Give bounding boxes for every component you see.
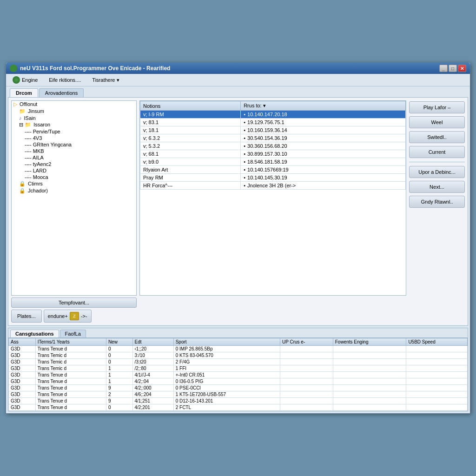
bottom-table-row[interactable]: G3DTrans Tenue d04/2;2012 FCTL [9,404,468,411]
bottom-cell-2: 1 [106,365,132,372]
grid-row[interactable]: v; 18.1•10.160.159.36.14 [140,126,406,134]
bottom-cell-1: Trans Temic d [35,365,106,372]
bottom-col-terms[interactable]: ITerms/1 Yearts [35,338,106,346]
bottom-tab-cansgtusations[interactable]: Cansgtusations [10,330,59,337]
grid-container[interactable]: Notions Rrus to: ▾ v; I-9 RM•10.140.147.… [139,100,406,296]
grid-cell-notion: v; 6.3.2 [140,134,241,142]
weel-button[interactable]: Weel [409,116,465,128]
bottom-section: Cansgtusations FaofLa Ass ITerms/1 Yeart… [8,328,468,411]
menu-engine[interactable]: Engine [10,75,40,85]
col-notions[interactable]: Notions [140,101,241,111]
tree-item-aila[interactable]: ---- AILA [12,154,136,161]
bottom-cell-2: 0 [106,346,132,352]
bottom-col-sport[interactable]: Sport [173,338,280,346]
tree-item-mkb[interactable]: ---- MKB [12,148,136,154]
play-lafor-button[interactable]: Play Lafor – [409,101,465,113]
grid-row[interactable]: v; 68.1•30.899.157.30.10 [140,150,406,158]
grid-row[interactable]: v; b9.0•18.546.181.58.19 [140,158,406,166]
bottom-cell-3: 4/6;:204 [132,391,173,398]
menu-eife[interactable]: Eife rkitions.... [46,76,84,84]
tree-item-ctimrs[interactable]: 🔒 Ctimrs [12,180,136,187]
bottom-cell-1: Trans Tenue d [35,346,106,352]
grid-row[interactable]: v; 6.3.2•30.540.154.36.19 [140,134,406,142]
title-controls: _ □ ✕ [439,65,466,72]
bottom-tab-faofla[interactable]: FaofLa [60,330,86,337]
tree-item-lard[interactable]: ---- LARD [12,167,136,174]
grid-row[interactable]: v; 83.1•19.129.756.75.1 [140,119,406,126]
tree-item-isain[interactable]: ♪ ISain [12,115,136,121]
bottom-table-row[interactable]: G3DTrans Tenue d24/6;:2041 KT5-1E7208-US… [9,391,468,398]
main-tab-bar: Drcom Arovadentions [6,86,470,97]
maximize-button[interactable]: □ [449,65,457,72]
title-bar: neU V311s Ford sol.Programmer Ove Enicad… [6,63,470,74]
tree-container[interactable]: ▷ Offionut 📁 Jinsum ♪ ISain ⊟ 📁 Issaron [11,100,137,296]
bottom-cell-4: 0 PSE-0CCl [173,385,280,391]
bottom-cell-6 [333,346,406,352]
bottom-cell-6 [333,352,406,359]
grid-cell-notion: v; I-9 RM [140,111,241,119]
tree-item-issaron[interactable]: ⊟ 📁 Issaron [12,121,136,128]
tree-item-mooca[interactable]: ---- Mooca [12,174,136,180]
minimize-button[interactable]: _ [439,65,448,72]
tree-item-jchador[interactable]: 🔒 Jchador) [12,187,136,194]
grid-row[interactable]: HR Forca^---•Jnolence 3H 2B (er-> [140,182,406,190]
bottom-col-speed[interactable]: U5BD Speed [406,338,468,346]
grid-row[interactable]: Pray RM•10.140.145.30.19 [140,174,406,182]
bottom-cell-3: /3;t20 [132,359,173,365]
bottom-cell-4: 0 IMP 26.865.5Bp [173,346,280,352]
bottom-cell-2: 0 [106,359,132,365]
upor-a-debinc-button[interactable]: Upor a Debinc... [409,166,465,178]
bottom-grid-container[interactable]: Ass ITerms/1 Yearts New Edt Sport UP Cru… [8,337,468,411]
tree-item-pervie[interactable]: ---- Pervie/Tupe [12,128,136,135]
close-button[interactable]: ✕ [458,65,466,72]
grid-cell-notion: v; 18.1 [140,126,241,134]
tree-root[interactable]: ▷ Offionut [12,101,136,108]
bottom-col-fowents[interactable]: Fowents Enging [333,338,406,346]
col-rrus[interactable]: Rrus to: ▾ [241,101,406,111]
grid-row[interactable]: Rlyaion Art•10.140.157669:19 [140,166,406,174]
tab-arovadentions[interactable]: Arovadentions [39,88,84,97]
bottom-col-up[interactable]: UP Crus e- [280,338,333,346]
bottom-col-edt[interactable]: Edt [132,338,173,346]
plates-button[interactable]: Plates... [11,310,42,323]
bottom-table-row[interactable]: G3DTrans Tenue d14/2;:040 I36-0.5 PIG [9,378,468,385]
bottom-table-row[interactable]: G3DTrans Tenue d0‹1;;200 IMP 26.865.5Bp [9,346,468,352]
bottom-table-row[interactable]: G3DTrans Tenue d94/2;:0000 PSE-0CCl [9,385,468,391]
bottom-cell-4: 1 KT5-1E7208-USB-557 [173,391,280,398]
tab-drcom[interactable]: Drcom [10,88,38,97]
switedl-button[interactable]: Switedl.. [409,131,465,143]
menu-bar: Engine Eife rkitions.... Tisrathere ▾ [6,74,470,86]
bottom-table-row[interactable]: G3DTrans Tenue d94/1;2510 D12-16-143.201 [9,398,468,404]
tempfovant-button[interactable]: Tempfovant... [11,298,137,308]
bottom-cell-7 [406,385,468,391]
grid-cell-notion: HR Forca^--- [140,182,241,190]
bottom-table-row[interactable]: G3DTrans Tenue d14/1//J-4+-Int0 CR.051 [9,372,468,378]
bottom-btn-row: Plates... endune+ Z ->- [11,310,137,323]
gndy-rtawnl-button[interactable]: Gndy Rtawnl.. [409,196,465,208]
bottom-col-ass[interactable]: Ass [9,338,36,346]
bottom-table-row[interactable]: G3DTrans Temic d1/2;:801 FFI [9,365,468,372]
endune-icon: Z [70,312,79,320]
tree-item-jinsum[interactable]: 📁 Jinsum [12,108,136,115]
bottom-cell-5 [280,391,333,398]
tree-item-griten[interactable]: ---- GRIten Yingcana [12,141,136,148]
next-button[interactable]: Next... [409,181,465,193]
grid-row[interactable]: v; 5.3.2•30.360.156.68.20 [140,142,406,150]
current-button[interactable]: Current [409,146,465,158]
bottom-cell-7 [406,365,468,372]
bottom-col-new[interactable]: New [106,338,132,346]
bottom-cell-6 [333,391,406,398]
grid-row[interactable]: v; I-9 RM•10.140.147.20.18 [140,111,406,119]
menu-tisrathere[interactable]: Tisrathere ▾ [89,76,122,84]
grid-cell-rrus: •30.540.154.36.19 [241,134,406,142]
bottom-cell-2: 0 [106,352,132,359]
tree-item-tyaenc2[interactable]: ---- tyAenc2 [12,161,136,167]
tree-item-4v3[interactable]: ---- 4V3 [12,135,136,141]
bottom-cell-2: 9 [106,385,132,391]
bottom-table-row[interactable]: G3DTrans Temic d03:/100 KTS 83-045.570 [9,352,468,359]
bottom-cell-0: G3D [9,378,36,385]
bottom-cell-0: G3D [9,346,36,352]
endune-button[interactable]: endune+ Z ->- [44,310,92,323]
bottom-table-row[interactable]: G3DTrans Temic d0/3;t202 F/4G [9,359,468,365]
bottom-cell-6 [333,398,406,404]
